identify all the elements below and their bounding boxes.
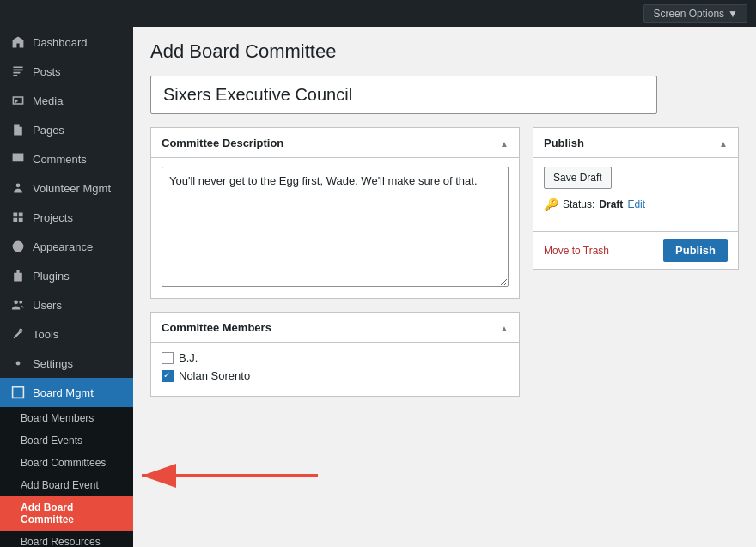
sidebar-label-comments: Comments [33,153,87,166]
sidebar-item-appearance[interactable]: Appearance [0,232,133,261]
screen-options-button[interactable]: Screen Options ▼ [643,4,747,23]
member-bj: B.J. [162,351,509,364]
sidebar-item-tools[interactable]: Tools [0,319,133,349]
pages-icon [10,122,26,137]
sidebar-label-posts: Posts [33,65,61,78]
content-area: Committee Description You'll never get t… [150,127,739,410]
sidebar-item-board-mgmt[interactable]: Board Mgmt [0,378,133,407]
sidebar-item-posts[interactable]: Posts [0,57,133,86]
committee-description-body: You'll never get to the Egg first, Wade.… [151,158,519,298]
committee-title-input[interactable] [150,76,657,114]
submenu-board-events[interactable]: Board Events [0,429,133,452]
sidebar-label-board-mgmt: Board Mgmt [33,386,94,399]
publish-toggle[interactable] [719,135,728,150]
sidebar-label-pages: Pages [33,124,64,137]
submenu-board-members[interactable]: Board Members [0,407,133,429]
screen-options-chevron: ▼ [728,8,738,20]
member-nolan: Nolan Sorento [162,369,509,382]
committee-description-title: Committee Description [162,137,284,149]
sidebar-item-dashboard[interactable]: Dashboard [0,27,133,57]
committee-members-title: Committee Members [162,321,271,334]
submenu-board-resources[interactable]: Board Resources [0,531,133,547]
sidebar-label-plugins: Plugins [33,270,70,283]
sidebar-label-appearance: Appearance [33,240,93,253]
sidebar: Dashboard Posts Media Pages Comments [0,27,133,547]
submenu-board-committees[interactable]: Board Committees [0,452,133,474]
users-icon [10,297,26,313]
appearance-icon [10,239,26,254]
settings-icon [10,356,26,371]
sidebar-label-users: Users [33,299,62,312]
status-icon: 🔑 [544,198,558,211]
top-bar: Screen Options ▼ [0,0,756,27]
member-nolan-checkbox[interactable] [162,370,174,382]
svg-point-2 [14,300,18,304]
member-bj-checkbox[interactable] [162,352,174,364]
main-content: Add Board Committee Committee Descriptio… [133,27,756,547]
publish-button[interactable]: Publish [663,239,728,262]
sidebar-item-settings[interactable]: Settings [0,349,133,378]
main-column: Committee Description You'll never get t… [150,127,520,410]
status-row: 🔑 Status: Draft Edit [544,198,728,211]
svg-point-3 [19,301,22,304]
sidebar-label-projects: Projects [33,211,73,224]
member-bj-label[interactable]: B.J. [179,351,198,364]
publish-panel: Publish Save Draft 🔑 Status: Draft Edit [533,127,739,270]
sidebar-item-media[interactable]: Media [0,86,133,115]
projects-icon [10,210,26,225]
svg-point-0 [16,183,21,187]
save-draft-button[interactable]: Save Draft [544,167,612,189]
tools-icon [10,326,26,342]
sidebar-label-dashboard: Dashboard [33,36,88,49]
page-title: Add Board Committee [150,40,739,63]
move-to-trash-link[interactable]: Move to Trash [544,245,609,257]
status-label: Status: [563,198,594,210]
committee-members-toggle[interactable] [500,319,509,335]
publish-footer: Move to Trash Publish [533,231,738,269]
arrow-annotation [133,454,322,500]
board-mgmt-submenu: Board Members Board Events Board Committ… [0,407,133,547]
screen-options-label: Screen Options [653,8,724,20]
side-column: Publish Save Draft 🔑 Status: Draft Edit [533,127,739,270]
publish-title: Publish [544,137,584,149]
arrow-svg [133,454,322,497]
committee-description-textarea[interactable]: You'll never get to the Egg first, Wade.… [162,167,509,287]
posts-icon [10,64,26,79]
dashboard-icon [10,34,26,50]
publish-body: Save Draft 🔑 Status: Draft Edit [533,158,738,227]
sidebar-label-tools: Tools [33,328,58,341]
svg-point-1 [13,241,24,252]
status-edit-link[interactable]: Edit [627,198,645,210]
sidebar-label-media: Media [33,94,63,107]
submenu-add-board-committee[interactable]: Add Board Committee [0,496,133,531]
committee-members-header[interactable]: Committee Members [151,313,519,343]
comments-icon [10,151,26,167]
sidebar-item-projects[interactable]: Projects [0,203,133,232]
committee-members-panel: Committee Members B.J. Nolan Sorento [150,312,520,397]
volunteer-icon [10,180,26,196]
committee-description-toggle[interactable] [500,135,509,150]
media-icon [10,93,26,108]
plugins-icon [10,268,26,283]
svg-point-4 [16,362,21,366]
sidebar-label-settings: Settings [33,357,73,370]
sidebar-item-comments[interactable]: Comments [0,144,133,173]
sidebar-item-volunteer-mgmt[interactable]: Volunteer Mgmt [0,173,133,203]
sidebar-item-users[interactable]: Users [0,290,133,319]
layout: Dashboard Posts Media Pages Comments [0,27,756,547]
committee-description-panel: Committee Description You'll never get t… [150,127,520,299]
sidebar-item-plugins[interactable]: Plugins [0,261,133,290]
sidebar-item-pages[interactable]: Pages [0,115,133,144]
submenu-add-board-event[interactable]: Add Board Event [0,474,133,496]
committee-description-header[interactable]: Committee Description [151,128,519,158]
committee-members-body: B.J. Nolan Sorento [151,343,519,396]
member-nolan-label[interactable]: Nolan Sorento [179,369,250,382]
sidebar-label-volunteer: Volunteer Mgmt [33,182,111,195]
board-mgmt-icon [10,385,26,400]
publish-header[interactable]: Publish [533,128,738,158]
status-value: Draft [599,198,623,210]
